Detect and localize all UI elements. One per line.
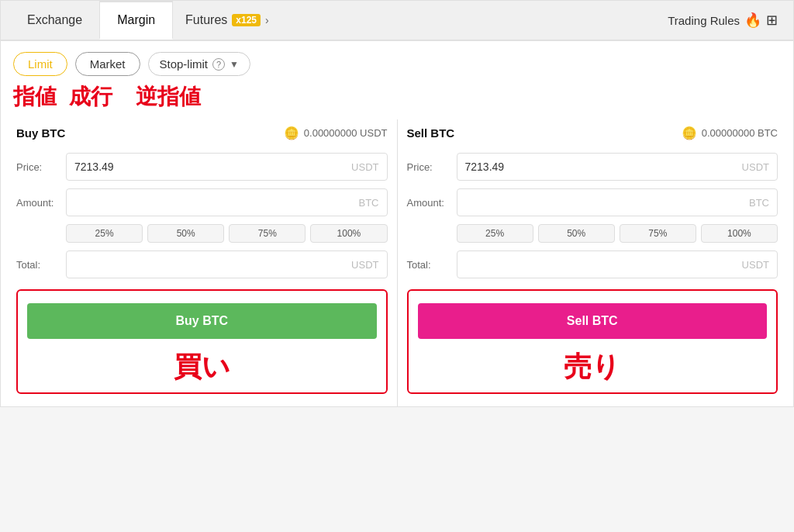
sell-50-button[interactable]: 50% — [538, 224, 615, 243]
calculator-icon[interactable]: ⊞ — [766, 12, 778, 29]
buy-price-unit: USDT — [351, 161, 378, 173]
buy-percent-row: 25% 50% 75% 100% — [66, 224, 388, 243]
sell-total-input-wrapper: USDT — [457, 250, 778, 278]
buy-100-button[interactable]: 100% — [310, 224, 387, 243]
sell-amount-input-wrapper: BTC — [457, 188, 778, 216]
buy-price-row: Price: USDT — [16, 153, 388, 181]
help-icon[interactable]: ? — [212, 58, 225, 71]
stop-limit-label: Stop-limit — [160, 57, 209, 71]
sell-jp-label: 売り — [418, 347, 768, 386]
sell-amount-unit: BTC — [749, 197, 769, 209]
buy-total-input-wrapper: USDT — [66, 250, 388, 278]
tab-right-area: Trading Rules 🔥 ⊞ — [668, 1, 784, 40]
sell-amount-row: Amount: BTC — [407, 188, 778, 216]
buy-25-button[interactable]: 25% — [66, 224, 143, 243]
sell-percent-row: 25% 50% 75% 100% — [457, 224, 778, 243]
jp-label-limit: 指値 — [13, 82, 57, 112]
sell-amount-input[interactable] — [465, 196, 747, 209]
sell-amount-label: Amount: — [407, 197, 457, 209]
sell-btc-button[interactable]: Sell BTC — [418, 303, 768, 339]
tab-exchange[interactable]: Exchange — [10, 1, 99, 40]
dropdown-arrow-icon: ▼ — [230, 59, 239, 70]
buy-total-row: Total: USDT — [16, 250, 388, 278]
sell-price-unit: USDT — [742, 161, 769, 173]
buy-amount-row: Amount: BTC — [16, 188, 388, 216]
buy-jp-label: 買い — [27, 347, 377, 386]
sell-total-row: Total: USDT — [407, 250, 778, 278]
buy-panel-balance: 🪙 0.00000000 USDT — [284, 126, 388, 140]
sell-balance-value: 0.00000000 BTC — [702, 127, 778, 139]
sell-price-input[interactable] — [465, 161, 739, 173]
sell-panel: Sell BTC 🪙 0.00000000 BTC Price: USDT Am… — [401, 119, 785, 406]
sell-panel-header: Sell BTC 🪙 0.00000000 BTC — [407, 119, 778, 140]
jp-labels-row: 指値 成行 逆指値 — [1, 82, 793, 119]
buy-total-input[interactable] — [74, 258, 348, 271]
market-order-button[interactable]: Market — [75, 52, 140, 76]
buy-panel: Buy BTC 🪙 0.00000000 USDT Price: USDT Am… — [10, 119, 394, 406]
sell-panel-balance: 🪙 0.00000000 BTC — [682, 126, 778, 140]
fire-icon: 🔥 — [744, 12, 761, 29]
buy-total-unit: USDT — [351, 259, 378, 271]
buy-balance-value: 0.00000000 USDT — [304, 127, 388, 139]
jp-label-stop: 逆指値 — [136, 82, 201, 112]
buy-amount-unit: BTC — [359, 197, 379, 209]
sell-price-label: Price: — [407, 161, 457, 173]
buy-amount-label: Amount: — [16, 197, 66, 209]
order-type-bar: Limit Market Stop-limit ? ▼ — [1, 41, 793, 82]
buy-price-input[interactable] — [74, 161, 348, 173]
buy-panel-header: Buy BTC 🪙 0.00000000 USDT — [16, 119, 388, 140]
trading-rules-label: Trading Rules — [668, 14, 740, 27]
jp-label-market: 成行 — [69, 82, 112, 112]
futures-badge: x125 — [232, 14, 261, 26]
buy-btc-button[interactable]: Buy BTC — [27, 303, 377, 339]
sell-wallet-icon: 🪙 — [682, 126, 697, 140]
buy-price-label: Price: — [16, 161, 66, 173]
buy-75-button[interactable]: 75% — [229, 224, 306, 243]
sell-total-input[interactable] — [465, 258, 739, 271]
main-container: Exchange Margin Futures x125 › Trading R… — [0, 0, 794, 407]
sell-total-unit: USDT — [742, 259, 769, 271]
tab-bar: Exchange Margin Futures x125 › Trading R… — [1, 1, 793, 41]
buy-price-input-wrapper: USDT — [66, 153, 388, 181]
wallet-icon: 🪙 — [284, 126, 299, 140]
sell-25-button[interactable]: 25% — [457, 224, 533, 243]
sell-panel-title: Sell BTC — [407, 126, 455, 140]
panel-divider — [397, 119, 398, 406]
futures-label: Futures — [185, 13, 227, 27]
trading-panels: Buy BTC 🪙 0.00000000 USDT Price: USDT Am… — [1, 119, 793, 406]
sell-100-button[interactable]: 100% — [701, 224, 778, 243]
stop-limit-order-button[interactable]: Stop-limit ? ▼ — [148, 52, 250, 76]
buy-total-label: Total: — [16, 259, 66, 271]
limit-order-button[interactable]: Limit — [13, 52, 67, 76]
tab-spacer — [281, 1, 668, 40]
sell-action-section: Sell BTC 売り — [407, 289, 778, 394]
buy-amount-input-wrapper: BTC — [66, 188, 388, 216]
chevron-right-icon: › — [265, 14, 269, 26]
tab-margin[interactable]: Margin — [99, 1, 173, 40]
buy-action-section: Buy BTC 買い — [16, 289, 388, 394]
buy-50-button[interactable]: 50% — [147, 224, 224, 243]
buy-panel-title: Buy BTC — [16, 126, 65, 140]
sell-total-label: Total: — [407, 259, 457, 271]
trading-rules-link[interactable]: Trading Rules 🔥 ⊞ — [668, 12, 778, 29]
tab-futures[interactable]: Futures x125 › — [173, 1, 281, 40]
buy-amount-input[interactable] — [74, 196, 356, 209]
sell-75-button[interactable]: 75% — [620, 224, 696, 243]
sell-price-row: Price: USDT — [407, 153, 778, 181]
sell-price-input-wrapper: USDT — [457, 153, 778, 181]
